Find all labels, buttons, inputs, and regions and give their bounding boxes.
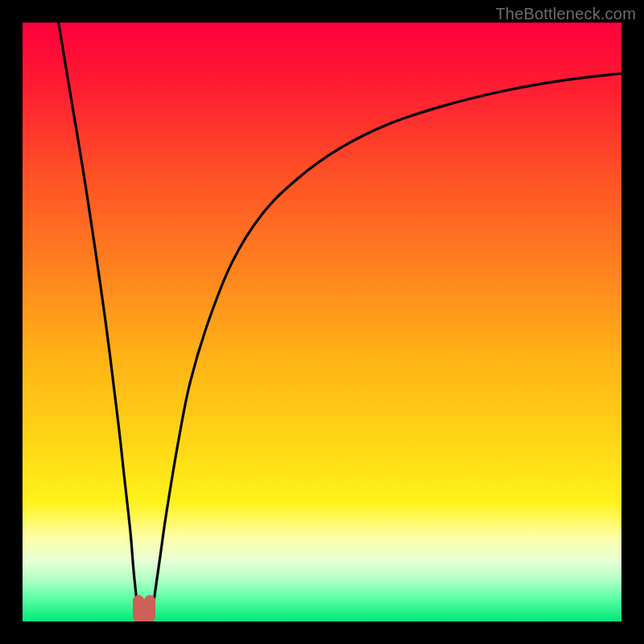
chart-frame: TheBottleneck.com [0, 0, 644, 644]
watermark-text: TheBottleneck.com [495, 5, 636, 23]
plot-svg [23, 23, 621, 621]
minimum-marker [138, 601, 150, 618]
plot-area [23, 23, 621, 621]
gradient-background [23, 23, 621, 621]
